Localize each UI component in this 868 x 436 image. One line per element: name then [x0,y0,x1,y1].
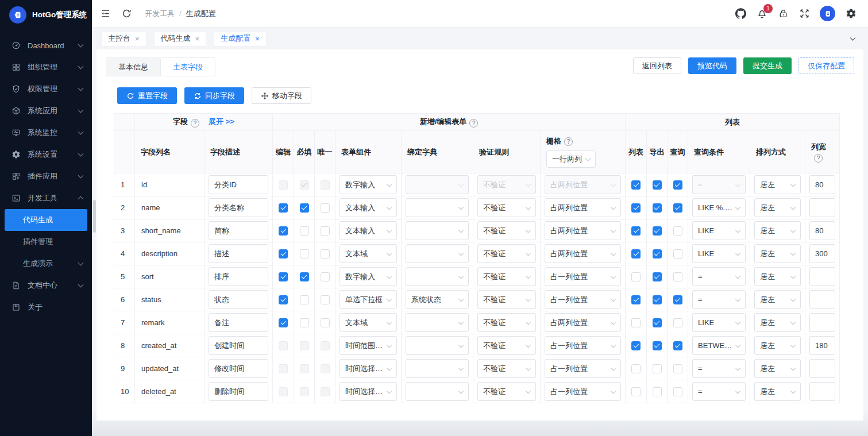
grid-select[interactable]: 占两列位置 [545,313,621,332]
expand-link[interactable]: 展开 >> [209,117,234,126]
unique-checkbox[interactable] [321,249,330,258]
align-select[interactable]: 居左 [754,175,801,194]
list-checkbox[interactable] [631,318,641,327]
sidebar-item-plugin-app[interactable]: 插件应用 [0,165,92,187]
list-checkbox[interactable] [631,226,641,236]
width-input[interactable] [809,175,835,194]
align-select[interactable]: 居左 [754,336,801,355]
component-select[interactable]: 数字输入 [340,267,397,286]
unique-checkbox[interactable] [321,318,330,327]
field-desc-input[interactable] [209,175,268,194]
rule-select[interactable]: 不验证 [477,290,536,309]
dict-select[interactable] [406,336,469,355]
align-select[interactable]: 居左 [754,221,801,240]
edit-checkbox[interactable] [279,272,288,281]
query-cond-select[interactable]: = [692,359,746,378]
help-icon[interactable]: ? [564,137,573,146]
dict-select[interactable] [406,198,469,217]
list-checkbox[interactable] [631,295,641,304]
back-to-list-button[interactable]: 返回列表 [633,57,681,74]
sidebar-item-sys-app[interactable]: 系统应用 [0,100,92,122]
rule-select[interactable]: 不验证 [477,198,536,217]
edit-checkbox[interactable] [279,318,288,327]
query-cond-select[interactable]: = [692,267,746,286]
query-checkbox[interactable] [673,318,682,327]
export-checkbox[interactable] [653,364,662,373]
grid-select[interactable]: 占一列位置 [545,359,621,378]
query-checkbox[interactable] [673,180,682,190]
align-select[interactable]: 居左 [754,198,801,217]
component-select[interactable]: 文本输入 [340,221,397,240]
component-select[interactable]: 时间范围选择 [340,336,397,355]
field-desc-input[interactable] [209,336,268,355]
required-checkbox[interactable] [300,249,309,258]
field-desc-input[interactable] [209,382,268,401]
help-icon[interactable]: ? [469,119,478,128]
width-input[interactable] [809,221,835,240]
sync-fields-button[interactable]: 同步字段 [184,87,244,104]
tab-dashboard[interactable]: 主控台 × [101,31,146,47]
list-checkbox[interactable] [631,387,641,396]
unique-checkbox[interactable] [321,203,330,213]
align-select[interactable]: 居左 [754,359,801,378]
edit-checkbox[interactable] [279,180,288,190]
list-checkbox[interactable] [631,341,641,350]
sidebar-item-permission[interactable]: 权限管理 [0,78,92,100]
width-input[interactable] [809,267,835,286]
dict-select[interactable] [406,313,469,332]
rule-select[interactable]: 不验证 [477,175,536,194]
rule-select[interactable]: 不验证 [477,244,536,263]
field-desc-input[interactable] [209,290,268,309]
query-cond-select[interactable]: BETWEEN [692,336,746,355]
help-icon[interactable]: ? [191,119,199,128]
grid-select[interactable]: 占一列位置 [545,267,621,286]
width-input[interactable] [809,359,835,378]
unique-checkbox[interactable] [321,295,330,304]
move-fields-button[interactable]: 移动字段 [252,87,311,104]
lock-icon[interactable] [777,8,789,20]
sidebar-item-codegen[interactable]: 代码生成 [5,209,87,231]
close-icon[interactable]: × [195,35,200,43]
required-checkbox[interactable] [300,272,309,281]
field-desc-input[interactable] [209,198,268,217]
required-checkbox[interactable] [300,295,309,304]
user-avatar[interactable] [820,6,835,21]
close-icon[interactable]: × [255,35,260,43]
component-select[interactable]: 时间选择(Y-... [340,382,397,401]
field-desc-input[interactable] [209,359,268,378]
tab-codegen[interactable]: 代码生成 × [154,31,207,47]
dict-select[interactable] [406,382,469,401]
edit-checkbox[interactable] [279,249,288,258]
notification-bell-icon[interactable]: 1 [756,8,767,20]
field-desc-input[interactable] [209,244,268,263]
edit-checkbox[interactable] [279,341,288,350]
list-checkbox[interactable] [631,203,641,213]
component-select[interactable]: 单选下拉框 [340,290,397,309]
query-cond-select[interactable]: LIKE %...% [692,198,746,217]
required-checkbox[interactable] [300,180,309,190]
export-checkbox[interactable] [653,203,662,213]
width-input[interactable] [809,382,835,401]
field-desc-input[interactable] [209,221,268,240]
tab-gen-config[interactable]: 生成配置 × [214,31,267,47]
dict-select[interactable]: 系统状态 [406,290,469,309]
list-checkbox[interactable] [631,364,641,373]
required-checkbox[interactable] [300,364,309,373]
align-select[interactable]: 居左 [754,267,801,286]
width-input[interactable] [809,313,835,332]
unique-checkbox[interactable] [321,272,330,281]
sidebar-item-dashboard[interactable]: Dashboard [0,34,92,56]
fullscreen-icon[interactable] [798,8,810,20]
edit-checkbox[interactable] [279,203,288,213]
component-select[interactable]: 数字输入 [340,175,397,194]
rule-select[interactable]: 不验证 [477,313,536,332]
sidebar-item-sys-monitor[interactable]: 系统监控 [0,122,92,144]
export-checkbox[interactable] [653,341,662,350]
field-desc-input[interactable] [209,313,268,332]
help-icon[interactable]: ? [814,154,823,163]
export-checkbox[interactable] [653,226,662,236]
component-select[interactable]: 文本域 [340,313,397,332]
grid-select[interactable]: 占一列位置 [545,290,621,309]
query-cond-select[interactable]: LIKE [692,244,746,263]
export-checkbox[interactable] [653,318,662,327]
